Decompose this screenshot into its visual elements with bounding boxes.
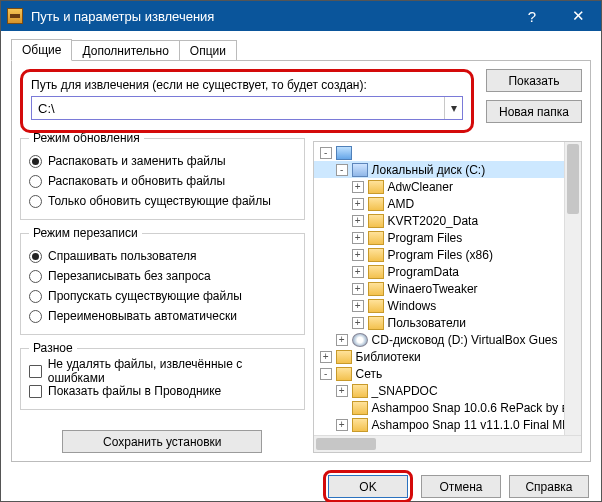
tab-options[interactable]: Опции xyxy=(179,40,237,61)
expand-icon[interactable]: + xyxy=(336,419,348,431)
update-mode-group: Режим обновления Распаковать и заменить … xyxy=(20,131,305,220)
checkbox-icon xyxy=(29,365,42,378)
expand-icon[interactable]: + xyxy=(336,334,348,346)
overwrite-mode-legend: Режим перезаписи xyxy=(29,226,142,240)
node-kvrt[interactable]: +KVRT2020_Data xyxy=(314,212,581,229)
node-amd[interactable]: +AMD xyxy=(314,195,581,212)
tree-node-label: Program Files (x86) xyxy=(388,248,493,262)
scrollbar-thumb[interactable] xyxy=(567,144,579,214)
tree-node-label: AMD xyxy=(388,197,415,211)
expand-icon[interactable]: + xyxy=(352,215,364,227)
node-libs[interactable]: +Библиотеки xyxy=(314,348,581,365)
node-winaero[interactable]: +WinaeroTweaker xyxy=(314,280,581,297)
dialog-window: Путь и параметры извлечения ? ✕ Общие До… xyxy=(0,0,602,502)
folder-icon xyxy=(368,180,384,194)
radio-label: Спрашивать пользователя xyxy=(48,249,197,263)
titlebar[interactable]: Путь и параметры извлечения ? ✕ xyxy=(1,1,601,31)
tree-node-label: Ashampoo Snap 11 v11.1.0 Final Ml_R xyxy=(372,418,581,432)
folder-tree[interactable]: --Локальный диск (C:)+AdwCleaner+AMD+KVR… xyxy=(313,141,582,453)
drive-icon xyxy=(352,163,368,177)
expand-icon[interactable]: + xyxy=(336,385,348,397)
main-columns: Режим обновления Распаковать и заменить … xyxy=(20,141,582,453)
radio-skip[interactable]: Пропускать существующие файлы xyxy=(29,286,296,306)
path-combobox[interactable]: ▾ xyxy=(31,96,463,120)
app-icon xyxy=(7,8,23,24)
expand-icon[interactable]: + xyxy=(352,198,364,210)
tree-node-label: WinaeroTweaker xyxy=(388,282,478,296)
node-drive-c[interactable]: -Локальный диск (C:) xyxy=(314,161,581,178)
expand-icon[interactable]: + xyxy=(320,351,332,363)
radio-label: Переименовывать автоматически xyxy=(48,309,237,323)
radio-icon xyxy=(29,270,42,283)
expand-icon[interactable]: + xyxy=(352,300,364,312)
cancel-button[interactable]: Отмена xyxy=(421,475,501,498)
node-as10[interactable]: Ashampoo Snap 10.0.6 RePack by вов xyxy=(314,399,581,416)
radio-icon xyxy=(29,250,42,263)
node-network[interactable]: -Сеть xyxy=(314,365,581,382)
chevron-down-icon[interactable]: ▾ xyxy=(444,97,462,119)
tab-advanced[interactable]: Дополнительно xyxy=(71,40,179,61)
collapse-icon[interactable]: - xyxy=(320,147,332,159)
help-button[interactable]: Справка xyxy=(509,475,589,498)
node-pf86[interactable]: +Program Files (x86) xyxy=(314,246,581,263)
tab-general[interactable]: Общие xyxy=(11,39,72,61)
expand-icon[interactable]: + xyxy=(352,232,364,244)
expand-icon[interactable]: + xyxy=(352,266,364,278)
checkbox-icon xyxy=(29,385,42,398)
path-label: Путь для извлечения (если не существует,… xyxy=(31,78,463,92)
radio-extract-replace[interactable]: Распаковать и заменить файлы xyxy=(29,151,296,171)
help-titlebar-button[interactable]: ? xyxy=(509,1,555,31)
node-desktop[interactable]: - xyxy=(314,144,581,161)
save-settings-wrap: Сохранить установки xyxy=(20,430,305,453)
scrollbar-vertical[interactable] xyxy=(564,142,581,435)
node-as11[interactable]: +Ashampoo Snap 11 v11.1.0 Final Ml_R xyxy=(314,416,581,433)
cd-icon xyxy=(352,333,368,347)
scrollbar-horizontal[interactable] xyxy=(314,435,581,452)
radio-ask[interactable]: Спрашивать пользователя xyxy=(29,246,296,266)
radio-icon xyxy=(29,290,42,303)
tree-node-label: Пользователи xyxy=(388,316,466,330)
expand-icon[interactable]: + xyxy=(352,283,364,295)
tree-node-label: Ashampoo Snap 10.0.6 RePack by вов xyxy=(372,401,581,415)
node-pf[interactable]: +Program Files xyxy=(314,229,581,246)
show-button[interactable]: Показать xyxy=(486,69,582,92)
tree-node-label: Windows xyxy=(388,299,437,313)
folder-icon xyxy=(368,299,384,313)
checkbox-label: Не удалять файлы, извлечённые с ошибками xyxy=(48,357,296,385)
radio-without-prompt[interactable]: Перезаписывать без запроса xyxy=(29,266,296,286)
window-title: Путь и параметры извлечения xyxy=(31,9,509,24)
new-folder-button[interactable]: Новая папка xyxy=(486,100,582,123)
radio-label: Распаковать и обновить файлы xyxy=(48,174,225,188)
ok-button[interactable]: OK xyxy=(328,475,408,498)
node-pd[interactable]: +ProgramData xyxy=(314,263,581,280)
tree-node-label: _SNAPDOC xyxy=(372,384,438,398)
node-cd[interactable]: +CD-дисковод (D:) VirtualBox Gues xyxy=(314,331,581,348)
path-input[interactable] xyxy=(32,97,444,119)
desktop-icon xyxy=(336,146,352,160)
expand-icon[interactable]: + xyxy=(336,453,348,454)
save-settings-button[interactable]: Сохранить установки xyxy=(62,430,262,453)
expand-icon[interactable]: + xyxy=(352,317,364,329)
node-windows[interactable]: +Windows xyxy=(314,297,581,314)
tree-node-label: KVRT2020_Data xyxy=(388,214,479,228)
collapse-icon[interactable]: - xyxy=(320,368,332,380)
dialog-footer: OK Отмена Справка xyxy=(1,470,601,502)
radio-rename[interactable]: Переименовывать автоматически xyxy=(29,306,296,326)
collapse-icon[interactable]: - xyxy=(336,164,348,176)
expand-icon[interactable]: + xyxy=(352,249,364,261)
folder-icon xyxy=(352,418,368,432)
node-users[interactable]: +Пользователи xyxy=(314,314,581,331)
radio-extract-update[interactable]: Распаковать и обновить файлы xyxy=(29,171,296,191)
folder-icon xyxy=(336,350,352,364)
scrollbar-thumb[interactable] xyxy=(316,438,376,450)
node-snapdoc[interactable]: +_SNAPDOC xyxy=(314,382,581,399)
close-button[interactable]: ✕ xyxy=(555,1,601,31)
checkbox-keep-broken[interactable]: Не удалять файлы, извлечённые с ошибками xyxy=(29,361,296,381)
folder-icon xyxy=(368,214,384,228)
checkbox-label: Показать файлы в Проводнике xyxy=(48,384,221,398)
ok-highlight: OK xyxy=(323,470,413,502)
expand-icon[interactable]: + xyxy=(352,181,364,193)
radio-update-existing[interactable]: Только обновить существующие файлы xyxy=(29,191,296,211)
folder-icon xyxy=(368,197,384,211)
node-adwcleaner[interactable]: +AdwCleaner xyxy=(314,178,581,195)
